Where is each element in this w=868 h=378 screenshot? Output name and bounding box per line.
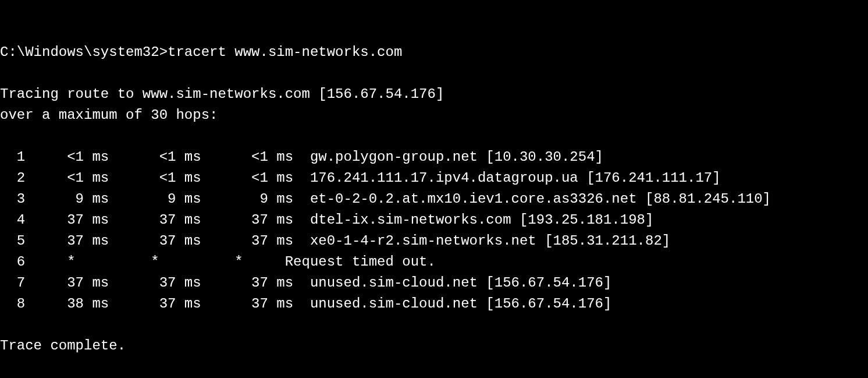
hop-row: 5 37 ms 37 ms 37 ms xe0-1-4-r2.sim-netwo… — [0, 233, 670, 249]
trace-header-1: Tracing route to www.sim-networks.com [1… — [0, 86, 444, 102]
blank-line — [0, 23, 8, 39]
command-text: tracert www.sim-networks.com — [168, 44, 402, 60]
hop-row: 8 38 ms 37 ms 37 ms unused.sim-cloud.net… — [0, 296, 611, 312]
hop-row: 4 37 ms 37 ms 37 ms dtel-ix.sim-networks… — [0, 212, 653, 228]
hop-row: 6 * * * Request timed out. — [0, 254, 436, 270]
terminal-output[interactable]: C:\Windows\system32>tracert www.sim-netw… — [0, 0, 868, 378]
blank-line — [0, 359, 8, 375]
prompt: C:\Windows\system32> — [0, 44, 168, 60]
trace-complete: Trace complete. — [0, 338, 126, 354]
trace-header-2: over a maximum of 30 hops: — [0, 107, 218, 123]
hop-row: 7 37 ms 37 ms 37 ms unused.sim-cloud.net… — [0, 275, 611, 291]
blank-line — [0, 128, 8, 144]
hop-row: 3 9 ms 9 ms 9 ms et-0-2-0.2.at.mx10.iev1… — [0, 191, 771, 207]
blank-line — [0, 65, 8, 81]
hop-row: 2 <1 ms <1 ms <1 ms 176.241.111.17.ipv4.… — [0, 170, 721, 186]
hop-row: 1 <1 ms <1 ms <1 ms gw.polygon-group.net… — [0, 149, 603, 165]
blank-line — [0, 317, 8, 333]
